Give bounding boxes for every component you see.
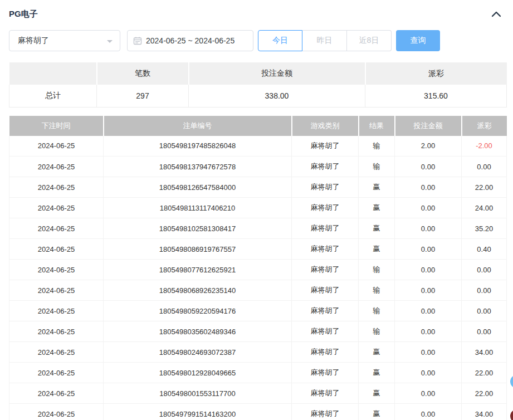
quick-date-button-1[interactable]: 昨日 — [302, 30, 347, 51]
table-cell: 0.00 — [395, 363, 462, 383]
table-cell: 输 — [359, 260, 395, 280]
table-cell: 输 — [359, 157, 395, 177]
table-cell: 麻将胡了 — [292, 239, 359, 260]
table-cell: 2.00 — [395, 136, 462, 157]
table-cell: 麻将胡了 — [292, 280, 359, 301]
summary-total-count: 297 — [97, 85, 189, 107]
table-cell: 1805498035602489346 — [104, 321, 292, 342]
page-title: PG电子 — [9, 8, 506, 20]
table-cell: 1805498068926235140 — [104, 280, 292, 301]
table-cell: 麻将胡了 — [292, 404, 359, 420]
table-cell: 34.00 — [462, 342, 507, 363]
table-cell: 22.00 — [462, 177, 507, 198]
table-cell: 0.00 — [395, 404, 462, 420]
quick-date-button-0[interactable]: 今日 — [258, 30, 302, 51]
table-cell: 2024-06-25 — [9, 136, 104, 157]
table-cell: 赢 — [359, 363, 395, 383]
table-cell: 1805498012928049665 — [104, 363, 292, 383]
table-cell: 1805498001553117700 — [104, 383, 292, 404]
table-cell: 1805498126547584000 — [104, 177, 292, 198]
col-header-bet-id: 注单编号 — [104, 116, 292, 136]
table-cell: 赢 — [359, 239, 395, 260]
table-cell: 22.00 — [462, 363, 507, 383]
table-row: 2024-06-251805498102581308417麻将胡了赢0.0035… — [9, 218, 507, 239]
table-row: 2024-06-251805498012928049665麻将胡了赢0.0022… — [9, 363, 507, 383]
summary-total-bet-amount: 338.00 — [189, 85, 365, 107]
table-cell: 0.00 — [395, 301, 462, 321]
summary-header-empty — [9, 62, 97, 85]
table-cell: 0.00 — [395, 198, 462, 218]
table-cell: 2024-06-25 — [9, 383, 104, 404]
table-cell: 0.00 — [395, 321, 462, 342]
table-cell: 输 — [359, 136, 395, 157]
table-row: 2024-06-251805498001553117700麻将胡了赢0.0022… — [9, 383, 507, 404]
table-cell: 赢 — [359, 218, 395, 239]
table-cell: 麻将胡了 — [292, 198, 359, 218]
floating-action-button[interactable] — [510, 409, 513, 420]
table-cell: 麻将胡了 — [292, 363, 359, 383]
table-cell: 2024-06-25 — [9, 301, 104, 321]
table-row: 2024-06-251805498197485826048麻将胡了输2.00-2… — [9, 136, 507, 157]
summary-table: 笔数 投注金额 派彩 总计 297 338.00 315.60 — [9, 62, 507, 108]
table-cell: 2024-06-25 — [9, 321, 104, 342]
table-cell: 0.00 — [462, 280, 507, 301]
table-cell: 2024-06-25 — [9, 157, 104, 177]
table-row: 2024-06-251805498113117406210麻将胡了赢0.0024… — [9, 198, 507, 218]
bets-header-row: 下注时间 注单编号 游戏类别 结果 投注金额 派彩 — [9, 116, 507, 136]
table-cell: 赢 — [359, 383, 395, 404]
table-row: 2024-06-251805498024693072387麻将胡了赢0.0034… — [9, 342, 507, 363]
table-row: 2024-06-251805498137947672578麻将胡了输0.000.… — [9, 157, 507, 177]
bets-table-body: 2024-06-251805498197485826048麻将胡了输2.00-2… — [9, 136, 507, 420]
table-cell: 35.20 — [462, 218, 507, 239]
table-row: 2024-06-251805498086919767557麻将胡了赢0.000.… — [9, 239, 507, 260]
table-cell: 0.00 — [395, 239, 462, 260]
table-cell: 0.00 — [462, 321, 507, 342]
game-select-value: 麻将胡了 — [18, 36, 49, 46]
table-cell: 输 — [359, 321, 395, 342]
table-cell: 34.00 — [462, 404, 507, 420]
table-cell: 2024-06-25 — [9, 177, 104, 198]
col-header-game-type: 游戏类别 — [292, 116, 359, 136]
table-cell: 0.00 — [395, 342, 462, 363]
table-row: 2024-06-251805498126547584000麻将胡了赢0.0022… — [9, 177, 507, 198]
game-select[interactable]: 麻将胡了 — [9, 30, 120, 51]
floating-service-button[interactable] — [510, 375, 513, 388]
filter-bar: 麻将胡了 2024-06-25 ~ 2024-06-25 今日昨日近8日 查询 — [9, 30, 506, 51]
table-cell: 0.00 — [462, 157, 507, 177]
table-cell: 2024-06-25 — [9, 363, 104, 383]
table-cell: 赢 — [359, 198, 395, 218]
table-cell: 麻将胡了 — [292, 218, 359, 239]
table-cell: 0.00 — [395, 383, 462, 404]
table-row: 2024-06-251805498035602489346麻将胡了输0.000.… — [9, 321, 507, 342]
table-row: 2024-06-251805498068926235140麻将胡了输0.000.… — [9, 280, 507, 301]
summary-header-payout: 派彩 — [365, 62, 507, 85]
table-row: 2024-06-251805498059220594176麻将胡了输0.000.… — [9, 301, 507, 321]
quick-date-button-2[interactable]: 近8日 — [347, 30, 392, 51]
table-cell: 0.40 — [462, 239, 507, 260]
date-range-input[interactable]: 2024-06-25 ~ 2024-06-25 — [127, 30, 253, 51]
table-cell: 22.00 — [462, 383, 507, 404]
col-header-bet-time: 下注时间 — [9, 116, 104, 136]
col-header-result: 结果 — [359, 116, 395, 136]
summary-header-bet-amount: 投注金额 — [189, 62, 365, 85]
table-cell: 1805498102581308417 — [104, 218, 292, 239]
table-cell: 2024-06-25 — [9, 260, 104, 280]
summary-header-count: 笔数 — [97, 62, 189, 85]
table-cell: 1805497991514163200 — [104, 404, 292, 420]
table-cell: 赢 — [359, 404, 395, 420]
date-range-value: 2024-06-25 ~ 2024-06-25 — [146, 36, 234, 45]
collapse-panel-button[interactable] — [491, 9, 503, 19]
table-cell: 0.00 — [462, 301, 507, 321]
table-cell: 2024-06-25 — [9, 280, 104, 301]
col-header-bet-amount: 投注金额 — [395, 116, 462, 136]
table-cell: 赢 — [359, 177, 395, 198]
table-cell: 麻将胡了 — [292, 157, 359, 177]
table-cell: 1805498086919767557 — [104, 239, 292, 260]
summary-total-row: 总计 297 338.00 315.60 — [9, 85, 507, 107]
summary-total-label: 总计 — [9, 85, 97, 107]
search-button[interactable]: 查询 — [396, 30, 440, 51]
table-cell: 输 — [359, 301, 395, 321]
calendar-icon — [133, 36, 142, 45]
table-cell: 2024-06-25 — [9, 239, 104, 260]
table-cell: 1805498059220594176 — [104, 301, 292, 321]
